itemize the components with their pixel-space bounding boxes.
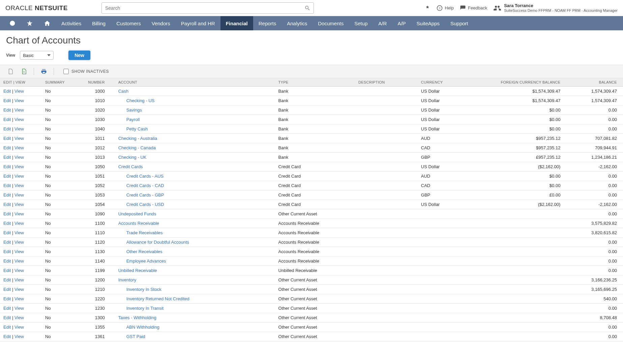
view-link[interactable]: View <box>14 249 24 254</box>
nav-item-support[interactable]: Support <box>445 16 474 30</box>
account-link[interactable]: Petty Cash <box>118 126 148 131</box>
edit-link[interactable]: Edit <box>3 306 11 311</box>
view-link[interactable]: View <box>14 211 24 216</box>
nav-item-analytics[interactable]: Analytics <box>281 16 313 30</box>
edit-link[interactable]: Edit <box>3 249 11 254</box>
edit-link[interactable]: Edit <box>3 89 11 94</box>
nav-item-billing[interactable]: Billing <box>87 16 111 30</box>
account-link[interactable]: Credit Cards <box>118 164 143 169</box>
view-link[interactable]: View <box>14 108 24 113</box>
edit-link[interactable]: Edit <box>3 164 11 169</box>
account-link[interactable]: Cash <box>118 89 128 94</box>
help-link[interactable]: ? Help <box>437 5 454 11</box>
view-link[interactable]: View <box>14 334 24 339</box>
edit-link[interactable]: Edit <box>3 108 11 113</box>
account-link[interactable]: Trade Receivables <box>118 230 163 235</box>
nav-item-financial[interactable]: Financial <box>220 16 253 30</box>
account-link[interactable]: Employee Advances <box>118 259 166 264</box>
view-link[interactable]: View <box>14 183 24 188</box>
view-link[interactable]: View <box>14 287 24 292</box>
view-link[interactable]: View <box>14 89 24 94</box>
edit-link[interactable]: Edit <box>3 334 11 339</box>
account-link[interactable]: Credit Cards - GBP <box>118 192 164 198</box>
quick-add-icon[interactable] <box>424 5 431 11</box>
view-link[interactable]: View <box>14 259 24 264</box>
show-inactives-checkbox[interactable] <box>63 69 69 74</box>
col-foreign-balance-header[interactable]: FOREIGN CURRENCY BALANCE <box>473 78 564 87</box>
col-edit-header[interactable]: EDIT | VIEW <box>0 78 42 87</box>
account-link[interactable]: Savings <box>118 108 142 113</box>
account-link[interactable]: Credit Cards - AUS <box>118 174 164 179</box>
col-currency-header[interactable]: CURRENCY <box>418 78 473 87</box>
view-link[interactable]: View <box>14 136 24 141</box>
nav-item-setup[interactable]: Setup <box>349 16 373 30</box>
view-link[interactable]: View <box>14 202 24 207</box>
view-link[interactable]: View <box>14 117 24 122</box>
edit-link[interactable]: Edit <box>3 221 11 226</box>
edit-link[interactable]: Edit <box>3 268 11 273</box>
view-link[interactable]: View <box>14 306 24 311</box>
view-link[interactable]: View <box>14 98 24 103</box>
edit-link[interactable]: Edit <box>3 183 11 188</box>
edit-link[interactable]: Edit <box>3 155 11 160</box>
new-button[interactable]: New <box>68 51 90 60</box>
edit-link[interactable]: Edit <box>3 296 11 301</box>
nav-item-a-r[interactable]: A/R <box>373 16 392 30</box>
edit-link[interactable]: Edit <box>3 287 11 292</box>
account-link[interactable]: Checking - Canada <box>118 145 156 150</box>
print-icon[interactable] <box>39 67 49 76</box>
account-link[interactable]: Taxes - Withholding <box>118 315 156 320</box>
account-link[interactable]: Other Receivables <box>118 249 162 254</box>
edit-link[interactable]: Edit <box>3 240 11 245</box>
nav-item-documents[interactable]: Documents <box>313 16 349 30</box>
view-link[interactable]: View <box>14 192 24 198</box>
account-link[interactable]: Inventory Returned Not Credited <box>118 296 189 301</box>
show-inactives-toggle[interactable]: SHOW INACTIVES <box>63 69 109 74</box>
nav-item-customers[interactable]: Customers <box>111 16 146 30</box>
edit-link[interactable]: Edit <box>3 117 11 122</box>
edit-link[interactable]: Edit <box>3 145 11 150</box>
edit-link[interactable]: Edit <box>3 315 11 320</box>
account-link[interactable]: Checking - Australia <box>118 136 157 141</box>
col-number-header[interactable]: NUMBER <box>84 78 115 87</box>
col-description-header[interactable]: DESCRIPTION <box>355 78 418 87</box>
account-link[interactable]: Credit Cards - USD <box>118 202 164 207</box>
edit-link[interactable]: Edit <box>3 192 11 198</box>
nav-item-reports[interactable]: Reports <box>253 16 282 30</box>
col-balance-header[interactable]: BALANCE <box>564 78 623 87</box>
view-link[interactable]: View <box>14 155 24 160</box>
account-link[interactable]: Inventory In Stock <box>118 287 161 292</box>
view-link[interactable]: View <box>14 296 24 301</box>
edit-link[interactable]: Edit <box>3 136 11 141</box>
edit-link[interactable]: Edit <box>3 202 11 207</box>
account-link[interactable]: GST Paid <box>118 334 145 339</box>
view-link[interactable]: View <box>14 277 24 282</box>
view-link[interactable]: View <box>14 240 24 245</box>
edit-link[interactable]: Edit <box>3 259 11 264</box>
view-link[interactable]: View <box>14 315 24 320</box>
nav-item-payroll-and-hr[interactable]: Payroll and HR <box>176 16 220 30</box>
account-link[interactable]: Checking - US <box>118 98 155 103</box>
nav-item-a-p[interactable]: A/P <box>392 16 411 30</box>
edit-link[interactable]: Edit <box>3 230 11 235</box>
col-account-header[interactable]: ACCOUNT <box>115 78 275 87</box>
edit-link[interactable]: Edit <box>3 174 11 179</box>
global-search-input[interactable] <box>101 2 314 14</box>
nav-item-vendors[interactable]: Vendors <box>146 16 176 30</box>
nav-recent-icon[interactable] <box>3 16 21 30</box>
feedback-link[interactable]: Feedback <box>460 5 487 11</box>
col-summary-header[interactable]: SUMMARY <box>42 78 84 87</box>
view-link[interactable]: View <box>14 164 24 169</box>
export-excel-icon[interactable]: X <box>19 67 29 76</box>
export-csv-icon[interactable] <box>5 67 16 76</box>
view-link[interactable]: View <box>14 325 24 330</box>
view-link[interactable]: View <box>14 126 24 131</box>
account-link[interactable]: Undeposited Funds <box>118 211 156 216</box>
view-link[interactable]: View <box>14 174 24 179</box>
col-type-header[interactable]: TYPE <box>275 78 355 87</box>
nav-item-suiteapps[interactable]: SuiteApps <box>411 16 445 30</box>
account-link[interactable]: Allowance for Doubtful Accounts <box>118 240 189 245</box>
account-link[interactable]: ABN Withholding <box>118 325 159 330</box>
view-link[interactable]: View <box>14 268 24 273</box>
nav-item-activities[interactable]: Activities <box>56 16 87 30</box>
